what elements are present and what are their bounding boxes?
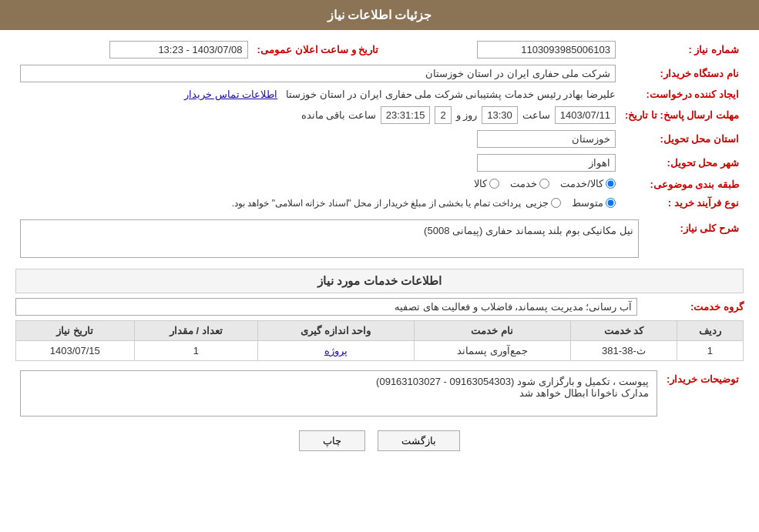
services-table: ردیف کد خدمت نام خدمت واحد اندازه گیری ت…: [15, 320, 744, 361]
radio-matawaset[interactable]: متوسط: [572, 197, 616, 209]
eijad-konande-link[interactable]: اطلاعات تماس خریدار: [184, 89, 277, 100]
cell-tarikh: 1403/07/15: [16, 341, 135, 361]
nam-dasgah-value: شرکت ملی حفاری ایران در استان خوزستان: [20, 65, 616, 82]
tosih-text: پیوست ، تکمیل و بارگزاری شود (0916305430…: [376, 376, 649, 399]
back-button[interactable]: بازگشت: [378, 430, 460, 451]
content-area: شماره نیاز : 1103093985006103 تاریخ و سا…: [0, 30, 759, 467]
col-tedad: تعداد / مقدار: [134, 321, 258, 341]
nam-dasgah-label: نام دستگاه خریدار:: [620, 62, 744, 85]
group-khadamat-row: گروه خدمت: آب رسانی؛ مدیریت پسماند، فاضل…: [15, 298, 744, 316]
radio-jozi-label: جزیی: [526, 197, 549, 209]
tosih-table: توضیحات خریدار: پیوست ، تکمیل و بارگزاری…: [15, 367, 744, 420]
radio-jozi[interactable]: جزیی: [526, 197, 561, 209]
noe-farayand-radio-group: جزیی متوسط: [526, 197, 616, 209]
tarikh-saat-label: تاریخ و ساعت اعلان عمومی:: [253, 38, 384, 62]
cell-nam: جمع‌آوری پسماند: [414, 341, 570, 361]
roz-label: روز و: [456, 109, 478, 121]
top-info-table: شماره نیاز : 1103093985006103 تاریخ و سا…: [15, 38, 744, 212]
radio-kala-khadamat[interactable]: کالا/خدمت: [560, 178, 616, 189]
ostan-value: خوزستان: [477, 130, 616, 148]
col-kod: کد خدمت: [570, 321, 677, 341]
radio-kala-khadamat-input[interactable]: [606, 179, 616, 189]
col-vahed: واحد اندازه گیری: [258, 321, 414, 341]
mohlat-roz: 2: [435, 106, 451, 124]
ostan-label: استان محل تحویل:: [620, 127, 744, 151]
tosih-value: پیوست ، تکمیل و بارگزاری شود (0916305430…: [20, 370, 657, 417]
tabaqe-label: طبقه بندی موضوعی:: [620, 175, 744, 194]
noe-farayand-label: نوع فرآیند خرید :: [620, 194, 744, 212]
noe-farayand-note: پرداخت تمام یا بخشی از مبلغ خریدار از مح…: [232, 198, 521, 209]
mohlat-label: مهلت ارسال پاسخ: تا تاریخ:: [620, 103, 744, 127]
col-tarikh: تاریخ نیاز: [16, 321, 135, 341]
radio-matawaset-label: متوسط: [572, 197, 603, 209]
page-title: جزئیات اطلاعات نیاز: [327, 8, 432, 22]
cell-radif: 1: [677, 341, 743, 361]
tarikh-saat-value: 1403/07/08 - 13:23: [109, 41, 248, 59]
table-row: 1 ث-38-381 جمع‌آوری پسماند پروژه 1 1403/…: [16, 341, 744, 361]
print-button[interactable]: چاپ: [299, 430, 365, 451]
shahr-value: اهواز: [477, 154, 616, 172]
radio-khadamat-label: خدمت: [510, 178, 537, 189]
radio-matawaset-input[interactable]: [606, 198, 616, 208]
shomare-niaz-value: 1103093985006103: [477, 41, 616, 59]
eijad-konande-value: علیرضا بهادر رئیس خدمات پشتیبانی شرکت مل…: [286, 89, 616, 100]
saat-label: ساعت: [522, 109, 550, 121]
etelaatKhadamat-header: اطلاعات خدمات مورد نیاز: [15, 269, 744, 293]
radio-khadamat[interactable]: خدمت: [510, 178, 549, 189]
group-khadamat-label: گروه خدمت:: [643, 301, 744, 313]
group-khadamat-value: آب رسانی؛ مدیریت پسماند، فاضلاب و فعالیت…: [15, 298, 637, 316]
sharh-label: شرح کلی نیاز:: [643, 216, 744, 261]
baghimande-label: ساعت باقی مانده: [301, 109, 376, 121]
buttons-row: بازگشت چاپ: [15, 430, 744, 451]
mohlat-saat: 13:30: [482, 106, 518, 124]
tosih-label: توضیحات خریدار:: [662, 367, 744, 420]
radio-khadamat-input[interactable]: [539, 179, 549, 189]
tabaqe-radio-group: کالا خدمت کالا/خدمت: [474, 178, 616, 189]
page-header: جزئیات اطلاعات نیاز: [0, 0, 759, 30]
shahr-label: شهر محل تحویل:: [620, 151, 744, 175]
cell-tedad: 1: [134, 341, 258, 361]
radio-kala-khadamat-label: کالا/خدمت: [560, 178, 603, 189]
eijad-konande-label: ایجاد کننده درخواست:: [620, 85, 744, 103]
cell-kod: ث-38-381: [570, 341, 677, 361]
cell-vahed: پروژه: [258, 341, 414, 361]
col-radif: ردیف: [677, 321, 743, 341]
radio-jozi-input[interactable]: [551, 198, 561, 208]
sharh-value: نیل مکانیکی بوم بلند پسماند حفاری (پیمان…: [20, 219, 639, 258]
noe-farayand-row: جزیی متوسط پرداخت تمام یا بخشی از مبلغ خ…: [20, 197, 616, 209]
page-wrapper: جزئیات اطلاعات نیاز شماره نیاز : 1103093…: [0, 0, 759, 532]
shomare-niaz-label: شماره نیاز :: [620, 38, 744, 62]
sharh-table: شرح کلی نیاز: نیل مکانیکی بوم بلند پسمان…: [15, 216, 744, 261]
radio-kala-input[interactable]: [489, 179, 499, 189]
col-nam: نام خدمت: [414, 321, 570, 341]
radio-kala[interactable]: کالا: [474, 178, 499, 189]
mohlat-row: 1403/07/11 ساعت 13:30 روز و 2 23:31:15 س…: [20, 106, 616, 124]
radio-kala-label: کالا: [474, 178, 487, 189]
baghimande-value: 23:31:15: [381, 106, 431, 124]
mohlat-date: 1403/07/11: [555, 106, 616, 124]
